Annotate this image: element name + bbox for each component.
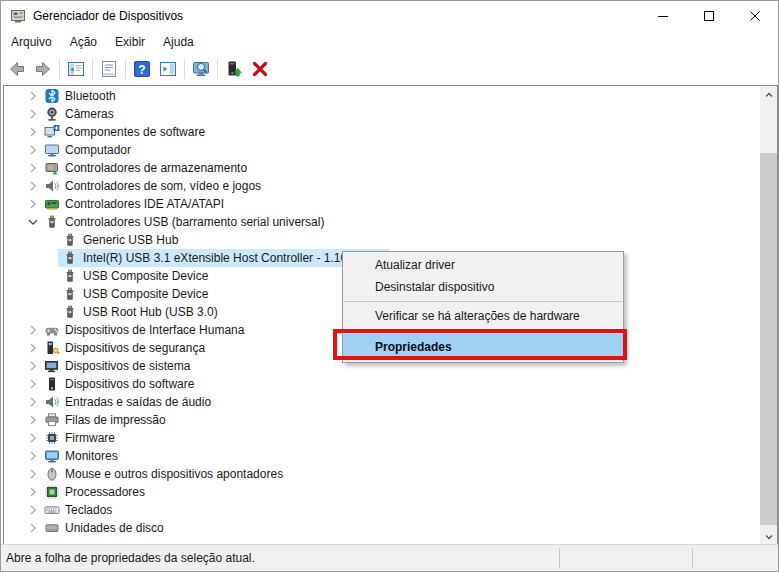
chevron-right-icon[interactable]	[26, 395, 40, 409]
tree-item-controladores-de-armazenamento[interactable]: Controladores de armazenamento	[4, 159, 760, 177]
chevron-right-icon[interactable]	[26, 161, 40, 175]
title-bar: Gerenciador de Dispositivos	[1, 1, 778, 31]
chevron-right-icon[interactable]	[26, 125, 40, 139]
tree-item-label: Dispositivos do software	[65, 377, 197, 391]
tree-item-firmware[interactable]: Firmware	[4, 429, 760, 447]
toolbar-scan-hardware-changes-button[interactable]	[188, 56, 214, 82]
monitor-icon	[44, 448, 60, 464]
tree-item-unidades-de-disco[interactable]: Unidades de disco	[4, 519, 760, 537]
context-menu-separator	[344, 330, 622, 331]
chevron-right-icon[interactable]	[26, 431, 40, 445]
tree-item-label: Mouse e outros dispositivos apontadores	[65, 467, 286, 481]
firmware-icon	[44, 430, 60, 446]
vertical-scrollbar[interactable]	[760, 86, 777, 545]
arrow-left-icon	[7, 59, 27, 79]
svg-text:?: ?	[138, 62, 145, 76]
maximize-icon	[703, 10, 715, 22]
context-menu-separator	[344, 301, 622, 302]
chevron-right-icon[interactable]	[26, 485, 40, 499]
tree-item-label: Controladores de armazenamento	[65, 161, 250, 175]
tree-item-entradas-e-saidas-de-audio[interactable]: Entradas e saídas de áudio	[4, 393, 760, 411]
close-button[interactable]	[732, 1, 778, 31]
tree-item-label: Controladores USB (barramento serial uni…	[65, 215, 327, 229]
tree-item-filas-de-impressao[interactable]: Filas de impressão	[4, 411, 760, 429]
tree-item-teclados[interactable]: Teclados	[4, 501, 760, 519]
menu-arquivo[interactable]: Arquivo	[2, 32, 61, 52]
chevron-right-icon[interactable]	[26, 143, 40, 157]
audio-io-icon	[44, 394, 60, 410]
tree-item-label: Dispositivos de sistema	[65, 359, 193, 373]
scrollbar-thumb[interactable]	[760, 153, 777, 525]
tree-item-controladores-de-som-video-e-jogos[interactable]: Controladores de som, vídeo e jogos	[4, 177, 760, 195]
tree-item-label: Dispositivos de Interface Humana	[65, 323, 247, 337]
chevron-right-icon[interactable]	[26, 89, 40, 103]
scroll-down-button[interactable]	[760, 528, 777, 545]
tree-item-label: Teclados	[65, 503, 115, 517]
chevron-right-icon[interactable]	[26, 521, 40, 535]
chevron-right-icon[interactable]	[26, 449, 40, 463]
toolbar-show-console-tree-button[interactable]	[63, 56, 89, 82]
chevron-right-icon[interactable]	[26, 107, 40, 121]
tree-item-label: Filas de impressão	[65, 413, 169, 427]
tree-item-controladores-usb-barramento-serial-universal[interactable]: Controladores USB (barramento serial uni…	[4, 213, 760, 231]
scroll-up-button[interactable]	[760, 86, 777, 103]
tree-item-label: Intel(R) USB 3.1 eXtensible Host Control…	[83, 251, 350, 265]
tree-item-controladores-ide-ata-atapi[interactable]: Controladores IDE ATA/ATAPI	[4, 195, 760, 213]
disk-icon	[44, 520, 60, 536]
maximize-button[interactable]	[686, 1, 732, 31]
tree-item-label: Bluetooth	[65, 89, 119, 103]
tree-item-computador[interactable]: Computador	[4, 141, 760, 159]
security-device-icon	[44, 340, 60, 356]
toolbar-help-button[interactable]: ?	[129, 56, 155, 82]
menu-ajuda[interactable]: Ajuda	[154, 32, 203, 52]
tree-item-label: Dispositivos de segurança	[65, 341, 208, 355]
tree-item-generic-usb-hub[interactable]: Generic USB Hub	[4, 231, 760, 249]
context-menu: Atualizar driverDesinstalar dispositivoV…	[342, 251, 624, 363]
tree-item-monitores[interactable]: Monitores	[4, 447, 760, 465]
properties-icon	[99, 59, 119, 79]
chevron-down-icon[interactable]	[26, 215, 40, 229]
toolbar-forward-button[interactable]	[30, 56, 56, 82]
chevron-right-icon[interactable]	[26, 467, 40, 481]
status-divider	[692, 548, 693, 568]
toolbar-action-pane-button[interactable]	[155, 56, 181, 82]
tree-item-bluetooth[interactable]: Bluetooth	[4, 87, 760, 105]
chevron-right-icon[interactable]	[26, 179, 40, 193]
chevron-right-icon[interactable]	[26, 197, 40, 211]
tree-item-dispositivos-do-software[interactable]: Dispositivos do software	[4, 375, 760, 393]
chevron-right-icon[interactable]	[26, 413, 40, 427]
menu-acao[interactable]: Ação	[61, 32, 106, 52]
chevron-right-icon[interactable]	[26, 359, 40, 373]
context-menu-item-propriedades[interactable]: Propriedades	[343, 334, 623, 360]
toolbar-uninstall-device-button[interactable]	[247, 56, 273, 82]
toolbar-properties-button[interactable]	[96, 56, 122, 82]
context-menu-item-desinstalar-dispositivo[interactable]: Desinstalar dispositivo	[343, 276, 623, 298]
context-menu-item-verificar-se-ha-alteracoes-de-hardware[interactable]: Verificar se há alterações de hardware	[343, 305, 623, 327]
chevron-right-icon[interactable]	[26, 377, 40, 391]
tree-item-label: Componentes de software	[65, 125, 208, 139]
arrow-right-icon	[33, 59, 53, 79]
toolbar-update-driver-button[interactable]	[221, 56, 247, 82]
toolbar-separator	[59, 59, 60, 79]
menu-exibir[interactable]: Exibir	[106, 32, 154, 52]
tree-item-label: USB Composite Device	[83, 269, 211, 283]
chevron-right-icon[interactable]	[26, 503, 40, 517]
usb-icon	[62, 286, 78, 302]
toolbar-back-button[interactable]	[4, 56, 30, 82]
device-manager-window: Gerenciador de Dispositivos ArquivoAçãoE…	[0, 0, 779, 572]
context-menu-item-atualizar-driver[interactable]: Atualizar driver	[343, 254, 623, 276]
ide-controller-icon	[44, 196, 60, 212]
tree-item-mouse-e-outros-dispositivos-apontadores[interactable]: Mouse e outros dispositivos apontadores	[4, 465, 760, 483]
chevron-right-icon[interactable]	[26, 323, 40, 337]
tree-item-cameras[interactable]: Câmeras	[4, 105, 760, 123]
tree-item-label: USB Root Hub (USB 3.0)	[83, 305, 221, 319]
tree-item-componentes-de-software[interactable]: Componentes de software	[4, 123, 760, 141]
usb-icon	[44, 214, 60, 230]
storage-controller-icon	[44, 160, 60, 176]
minimize-button[interactable]	[640, 1, 686, 31]
software-component-icon	[44, 124, 60, 140]
usb-icon	[62, 232, 78, 248]
chevron-right-icon[interactable]	[26, 341, 40, 355]
tree-item-processadores[interactable]: Processadores	[4, 483, 760, 501]
scan-icon	[191, 59, 211, 79]
